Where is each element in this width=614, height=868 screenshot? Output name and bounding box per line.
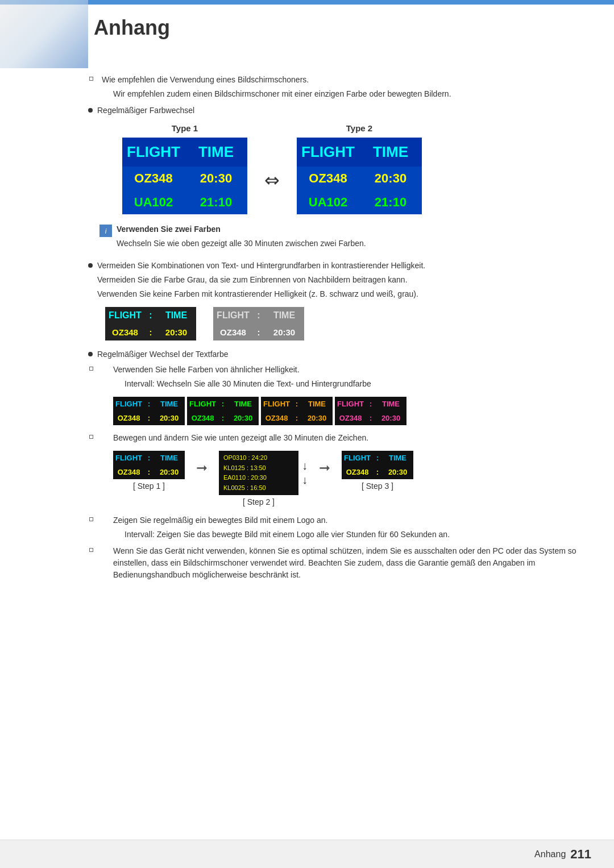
screensaver-text1: Wie empfehlen die Verwendung eines Bilds… — [102, 74, 591, 86]
boards-arrow: ⇔ — [247, 147, 297, 191]
color-boards: FLIGHT : TIME OZ348 : 20:30 FLIGHT : TIM… — [88, 397, 591, 425]
main-content: Wie empfehlen die Verwendung eines Bilds… — [88, 74, 591, 834]
text-color-label: Regelmäßiger Wechsel der Textfarbe — [97, 348, 591, 360]
s3-val: 20:30 — [382, 465, 413, 479]
cb3-time: TIME — [301, 397, 333, 411]
cb1-flight: FLIGHT — [113, 397, 144, 411]
square-bullet-4a — [89, 367, 93, 371]
type1-flight-header: FLIGHT — [122, 138, 185, 167]
step1: FLIGHT : TIME OZ348 : 20:30 [ Step 1 ] — [113, 451, 185, 491]
type2-oz-time: 20:30 — [359, 167, 422, 190]
color-board-1: FLIGHT : TIME OZ348 : 20:30 — [113, 397, 185, 425]
page-number: 211 — [570, 847, 591, 862]
gray-val: 20:30 — [264, 324, 304, 340]
section-color-change: Regelmäßiger Farbwechsel Type 1 FLIGHT T… — [88, 105, 591, 252]
s1-time: TIME — [154, 451, 185, 465]
cb2-c1: : — [218, 397, 227, 411]
square-bullet-6 — [89, 548, 93, 552]
bullet-dot-3 — [88, 263, 93, 268]
s3-c2: : — [373, 465, 382, 479]
step2-arrows: ↓ ↓ — [302, 459, 308, 487]
step2-line4: KL0025 : 16:50 — [223, 483, 294, 493]
s3-oz: OZ348 — [342, 465, 373, 479]
cb4-flight: FLIGHT — [335, 397, 366, 411]
bottom-bar: Anhang 211 — [0, 840, 614, 868]
step2-line2: KL0125 : 13:50 — [223, 463, 294, 474]
cb1-c2: : — [144, 411, 154, 425]
bullet-dot-2 — [88, 108, 93, 113]
step2-label: [ Step 2 ] — [219, 497, 298, 506]
arrow-down-1: ↓ — [302, 459, 308, 472]
dark-colon1: : — [145, 307, 156, 324]
section-logo: Zeigen Sie regelmäßig ein bewegtes Bild … — [88, 514, 591, 541]
step1-board: FLIGHT : TIME OZ348 : 20:30 — [113, 451, 185, 479]
cb2-flight: FLIGHT — [187, 397, 218, 411]
step2: OP0310 : 24:20 KL0125 : 13:50 EA0110 : 2… — [219, 451, 308, 506]
cb1-val: 20:30 — [154, 411, 185, 425]
svg-text:i: i — [105, 227, 107, 235]
gray-colon1: : — [253, 307, 264, 324]
cb3-c1: : — [292, 397, 301, 411]
avoid-text3: Verwenden Sie keine Farben mit kontrasti… — [88, 288, 591, 300]
gray-flight: FLIGHT — [213, 307, 253, 324]
cb3-oz: OZ348 — [261, 411, 292, 425]
step3-board: FLIGHT : TIME OZ348 : 20:30 — [342, 451, 413, 479]
text-color-sub2: Intervall: Wechseln Sie alle 30 Minuten … — [88, 378, 591, 390]
color-board-2: FLIGHT : TIME OZ348 : 20:30 — [187, 397, 259, 425]
step-section: FLIGHT : TIME OZ348 : 20:30 [ Step 1 ] ➞ — [88, 451, 591, 506]
s3-c1: : — [373, 451, 382, 465]
step1-arrow: ➞ — [196, 451, 208, 476]
cb4-val: 20:30 — [375, 411, 406, 425]
dark-board: FLIGHT : TIME OZ348 : 20:30 — [105, 307, 196, 340]
color-change-label: Regelmäßiger Farbwechsel — [97, 105, 591, 117]
note-icon: i — [99, 225, 112, 237]
color-board-4: FLIGHT : TIME OZ348 : 20:30 — [335, 397, 406, 425]
bullet-dot-4 — [88, 352, 93, 356]
type1-ua-time: 21:10 — [185, 190, 247, 214]
type2-label: Type 2 — [346, 123, 372, 133]
type1-wrapper: Type 1 FLIGHT TIME OZ348 20:30 UA102 21:… — [122, 123, 247, 214]
flight-boards-container: Type 1 FLIGHT TIME OZ348 20:30 UA102 21:… — [88, 123, 591, 214]
cb2-oz: OZ348 — [187, 411, 218, 425]
cb1-time: TIME — [154, 397, 185, 411]
left-accent — [0, 0, 88, 68]
cb4-c1: : — [366, 397, 375, 411]
cb3-val: 20:30 — [301, 411, 333, 425]
type2-flight-header: FLIGHT — [297, 138, 359, 167]
step3-label: [ Step 3 ] — [342, 481, 413, 491]
section-screensaver: Wie empfehlen die Verwendung eines Bilds… — [88, 74, 591, 100]
note-text1: Verwenden Sie zwei Farben — [117, 223, 366, 235]
note-content: Verwenden Sie zwei Farben Wechseln Sie w… — [117, 223, 366, 252]
type2-ua-time: 21:10 — [359, 190, 422, 214]
cb2-time: TIME — [227, 397, 259, 411]
gray-time: TIME — [264, 307, 304, 324]
screensaver-text2: Wir empfehlen zudem einen Bildschirmscho… — [88, 88, 591, 100]
step2-arrow: ➞ — [319, 451, 330, 476]
type1-board: FLIGHT TIME OZ348 20:30 UA102 21:10 — [122, 138, 247, 214]
cb4-oz: OZ348 — [335, 411, 366, 425]
cb4-time: TIME — [375, 397, 406, 411]
gray-board: FLIGHT : TIME OZ348 : 20:30 — [213, 307, 304, 340]
cb2-val: 20:30 — [227, 411, 259, 425]
cb2-c2: : — [218, 411, 227, 425]
device-off-text: Wenn Sie das Gerät nicht verwenden, könn… — [113, 545, 591, 581]
type2-oz-code: OZ348 — [297, 167, 359, 190]
cb3-flight: FLIGHT — [261, 397, 292, 411]
s1-c2: : — [144, 465, 154, 479]
cb1-c1: : — [144, 397, 154, 411]
s1-oz: OZ348 — [113, 465, 144, 479]
s3-flight: FLIGHT — [342, 451, 373, 465]
gray-oz: OZ348 — [213, 324, 253, 340]
step2-line1: OP0310 : 24:20 — [223, 453, 294, 463]
step2-board-container: OP0310 : 24:20 KL0125 : 13:50 EA0110 : 2… — [219, 451, 298, 506]
dark-val: 20:30 — [156, 324, 196, 340]
step3: FLIGHT : TIME OZ348 : 20:30 [ Step 3 ] — [342, 451, 413, 491]
type1-oz-time: 20:30 — [185, 167, 247, 190]
logo-text1: Zeigen Sie regelmäßig ein bewegtes Bild … — [113, 514, 591, 526]
type2-time-header: TIME — [359, 138, 422, 167]
type1-label: Type 1 — [172, 123, 198, 133]
bewegen-text: Bewegen und ändern Sie wie unten gezeigt… — [113, 432, 591, 444]
type2-ua-code: UA102 — [297, 190, 359, 214]
section-avoid: Vermeiden Sie Kombinationen von Text- un… — [88, 260, 591, 340]
square-bullet-4b — [89, 435, 93, 439]
